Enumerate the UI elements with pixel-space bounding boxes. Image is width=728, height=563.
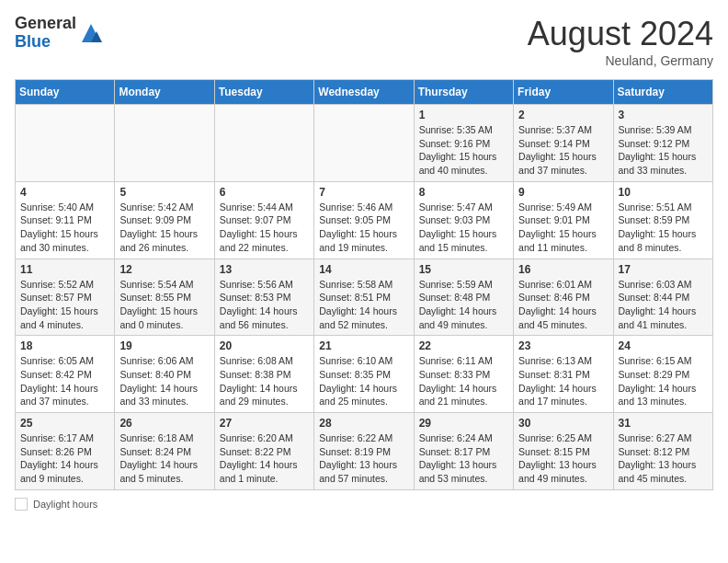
- calendar-day-cell: [16, 105, 115, 182]
- day-number: 28: [319, 417, 408, 430]
- calendar-day-cell: 11Sunrise: 5:52 AM Sunset: 8:57 PM Dayli…: [16, 259, 115, 336]
- calendar-day-cell: 21Sunrise: 6:10 AM Sunset: 8:35 PM Dayli…: [314, 336, 414, 413]
- location-subtitle: Neuland, Germany: [528, 53, 713, 68]
- calendar-day-cell: 12Sunrise: 5:54 AM Sunset: 8:55 PM Dayli…: [115, 259, 214, 336]
- calendar-day-cell: 13Sunrise: 5:56 AM Sunset: 8:53 PM Dayli…: [214, 259, 313, 336]
- calendar-day-cell: 9Sunrise: 5:49 AM Sunset: 9:01 PM Daylig…: [514, 181, 613, 259]
- calendar-week-row: 1Sunrise: 5:35 AM Sunset: 9:16 PM Daylig…: [16, 105, 713, 182]
- day-info: Sunrise: 6:20 AM Sunset: 8:22 PM Dayligh…: [220, 431, 309, 486]
- calendar-day-cell: [115, 105, 214, 182]
- calendar-day-cell: 31Sunrise: 6:27 AM Sunset: 8:12 PM Dayli…: [613, 413, 712, 490]
- calendar-day-header: Saturday: [613, 80, 712, 105]
- calendar-table: SundayMondayTuesdayWednesdayThursdayFrid…: [15, 79, 713, 490]
- calendar-week-row: 25Sunrise: 6:17 AM Sunset: 8:26 PM Dayli…: [16, 413, 713, 490]
- day-info: Sunrise: 5:40 AM Sunset: 9:11 PM Dayligh…: [20, 201, 109, 255]
- day-info: Sunrise: 6:10 AM Sunset: 8:35 PM Dayligh…: [319, 354, 408, 408]
- day-number: 23: [518, 339, 608, 352]
- logo-blue-text: Blue: [15, 32, 51, 51]
- logo-icon: [78, 20, 104, 46]
- day-info: Sunrise: 6:27 AM Sunset: 8:12 PM Dayligh…: [619, 431, 708, 486]
- day-info: Sunrise: 6:08 AM Sunset: 8:38 PM Dayligh…: [220, 354, 309, 408]
- day-number: 8: [419, 186, 508, 199]
- calendar-day-cell: 29Sunrise: 6:24 AM Sunset: 8:17 PM Dayli…: [414, 413, 513, 490]
- day-number: 18: [20, 339, 109, 352]
- title-block: August 2024 Neuland, Germany: [528, 15, 713, 68]
- calendar-day-cell: 18Sunrise: 6:05 AM Sunset: 8:42 PM Dayli…: [16, 336, 115, 413]
- calendar-day-cell: 4Sunrise: 5:40 AM Sunset: 9:11 PM Daylig…: [16, 181, 115, 259]
- day-number: 9: [518, 186, 608, 199]
- logo-general-text: General: [15, 14, 76, 32]
- logo: General Blue: [15, 15, 104, 52]
- calendar-day-cell: [214, 105, 313, 182]
- day-number: 15: [419, 263, 508, 276]
- calendar-day-cell: 3Sunrise: 5:39 AM Sunset: 9:12 PM Daylig…: [613, 105, 712, 182]
- day-number: 25: [20, 417, 109, 430]
- calendar-day-cell: 2Sunrise: 5:37 AM Sunset: 9:14 PM Daylig…: [514, 105, 613, 182]
- day-info: Sunrise: 6:05 AM Sunset: 8:42 PM Dayligh…: [20, 354, 109, 408]
- day-info: Sunrise: 6:25 AM Sunset: 8:15 PM Dayligh…: [518, 431, 608, 486]
- daylight-legend-box: [15, 498, 28, 511]
- calendar-week-row: 11Sunrise: 5:52 AM Sunset: 8:57 PM Dayli…: [16, 259, 713, 336]
- day-info: Sunrise: 6:22 AM Sunset: 8:19 PM Dayligh…: [319, 431, 408, 486]
- day-number: 10: [619, 186, 708, 199]
- calendar-week-row: 18Sunrise: 6:05 AM Sunset: 8:42 PM Dayli…: [16, 336, 713, 413]
- day-info: Sunrise: 5:49 AM Sunset: 9:01 PM Dayligh…: [518, 201, 608, 255]
- calendar-day-header: Sunday: [16, 80, 115, 105]
- calendar-day-cell: 16Sunrise: 6:01 AM Sunset: 8:46 PM Dayli…: [514, 259, 613, 336]
- day-number: 20: [220, 339, 309, 352]
- calendar-day-cell: 27Sunrise: 6:20 AM Sunset: 8:22 PM Dayli…: [214, 413, 313, 490]
- calendar-day-header: Tuesday: [214, 80, 313, 105]
- day-info: Sunrise: 6:11 AM Sunset: 8:33 PM Dayligh…: [419, 354, 508, 408]
- day-number: 12: [119, 263, 209, 276]
- day-number: 26: [119, 417, 209, 430]
- day-number: 13: [220, 263, 309, 276]
- day-number: 6: [220, 186, 309, 199]
- calendar-day-cell: 10Sunrise: 5:51 AM Sunset: 8:59 PM Dayli…: [613, 181, 712, 259]
- day-info: Sunrise: 5:37 AM Sunset: 9:14 PM Dayligh…: [518, 123, 608, 178]
- calendar-header-row: SundayMondayTuesdayWednesdayThursdayFrid…: [16, 80, 713, 105]
- day-number: 11: [20, 263, 109, 276]
- calendar-day-cell: 17Sunrise: 6:03 AM Sunset: 8:44 PM Dayli…: [613, 259, 712, 336]
- calendar-day-cell: 20Sunrise: 6:08 AM Sunset: 8:38 PM Dayli…: [214, 336, 313, 413]
- calendar-day-cell: 15Sunrise: 5:59 AM Sunset: 8:48 PM Dayli…: [414, 259, 513, 336]
- day-number: 16: [518, 263, 608, 276]
- day-number: 2: [518, 109, 608, 121]
- day-number: 27: [220, 417, 309, 430]
- day-info: Sunrise: 5:51 AM Sunset: 8:59 PM Dayligh…: [619, 201, 708, 255]
- daylight-label: Daylight hours: [33, 499, 97, 510]
- calendar-day-cell: [314, 105, 414, 182]
- day-info: Sunrise: 6:03 AM Sunset: 8:44 PM Dayligh…: [619, 278, 708, 332]
- calendar-day-header: Monday: [115, 80, 214, 105]
- day-info: Sunrise: 5:39 AM Sunset: 9:12 PM Dayligh…: [619, 123, 708, 178]
- day-info: Sunrise: 5:44 AM Sunset: 9:07 PM Dayligh…: [220, 201, 309, 255]
- day-info: Sunrise: 6:18 AM Sunset: 8:24 PM Dayligh…: [119, 431, 209, 486]
- calendar-day-header: Thursday: [414, 80, 513, 105]
- day-info: Sunrise: 5:54 AM Sunset: 8:55 PM Dayligh…: [119, 278, 209, 332]
- calendar-day-cell: 6Sunrise: 5:44 AM Sunset: 9:07 PM Daylig…: [214, 181, 313, 259]
- day-number: 7: [319, 186, 408, 199]
- day-info: Sunrise: 5:56 AM Sunset: 8:53 PM Dayligh…: [220, 278, 309, 332]
- day-number: 24: [619, 339, 708, 352]
- day-number: 5: [119, 186, 209, 199]
- day-info: Sunrise: 6:01 AM Sunset: 8:46 PM Dayligh…: [518, 278, 608, 332]
- calendar-day-cell: 7Sunrise: 5:46 AM Sunset: 9:05 PM Daylig…: [314, 181, 414, 259]
- calendar-day-cell: 30Sunrise: 6:25 AM Sunset: 8:15 PM Dayli…: [514, 413, 613, 490]
- month-year-title: August 2024: [528, 15, 713, 53]
- calendar-day-cell: 28Sunrise: 6:22 AM Sunset: 8:19 PM Dayli…: [314, 413, 414, 490]
- day-number: 3: [619, 109, 708, 121]
- calendar-day-header: Wednesday: [314, 80, 414, 105]
- calendar-day-header: Friday: [514, 80, 613, 105]
- day-number: 29: [419, 417, 508, 430]
- calendar-day-cell: 22Sunrise: 6:11 AM Sunset: 8:33 PM Dayli…: [414, 336, 513, 413]
- day-info: Sunrise: 6:06 AM Sunset: 8:40 PM Dayligh…: [119, 354, 209, 408]
- day-info: Sunrise: 5:47 AM Sunset: 9:03 PM Dayligh…: [419, 201, 508, 255]
- day-number: 14: [319, 263, 408, 276]
- calendar-day-cell: 26Sunrise: 6:18 AM Sunset: 8:24 PM Dayli…: [115, 413, 214, 490]
- day-number: 19: [119, 339, 209, 352]
- day-number: 30: [518, 417, 608, 430]
- day-info: Sunrise: 5:35 AM Sunset: 9:16 PM Dayligh…: [419, 123, 508, 178]
- calendar-week-row: 4Sunrise: 5:40 AM Sunset: 9:11 PM Daylig…: [16, 181, 713, 259]
- day-number: 17: [619, 263, 708, 276]
- calendar-day-cell: 14Sunrise: 5:58 AM Sunset: 8:51 PM Dayli…: [314, 259, 414, 336]
- day-info: Sunrise: 5:52 AM Sunset: 8:57 PM Dayligh…: [20, 278, 109, 332]
